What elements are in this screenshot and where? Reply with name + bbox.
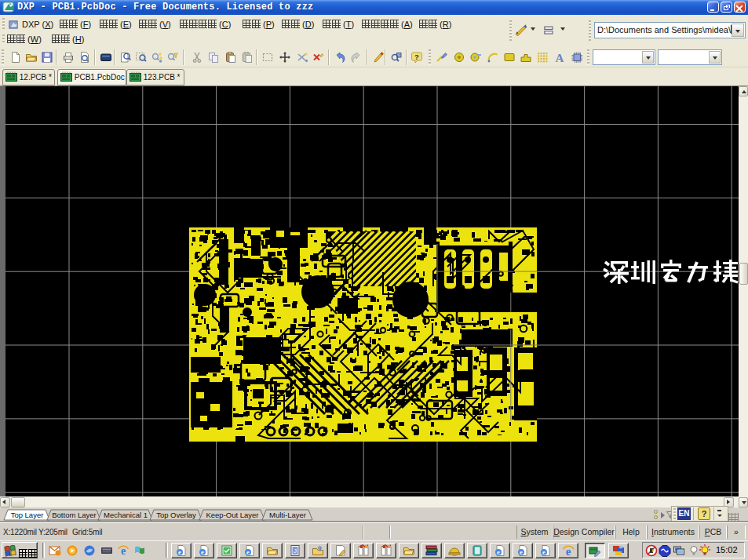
svg-text:Mechanical 1: Mechanical 1 bbox=[104, 511, 148, 519]
svg-text:J: J bbox=[294, 547, 297, 555]
svg-text:Top Layer: Top Layer bbox=[11, 511, 44, 519]
svg-text:Bottom Layer: Bottom Layer bbox=[52, 511, 97, 519]
svg-text:A: A bbox=[556, 52, 564, 64]
svg-text:e: e bbox=[178, 548, 181, 556]
svg-text:e: e bbox=[542, 548, 545, 556]
svg-text:e: e bbox=[520, 548, 523, 556]
svg-text:?: ? bbox=[414, 53, 419, 61]
svg-text:Top Overlay: Top Overlay bbox=[156, 511, 196, 519]
svg-text:e: e bbox=[497, 548, 500, 556]
svg-text:e: e bbox=[201, 548, 204, 556]
svg-text:Keep-Out Layer: Keep-Out Layer bbox=[206, 511, 258, 519]
svg-text:Multi-Layer: Multi-Layer bbox=[269, 511, 306, 519]
svg-text:e: e bbox=[246, 548, 250, 556]
